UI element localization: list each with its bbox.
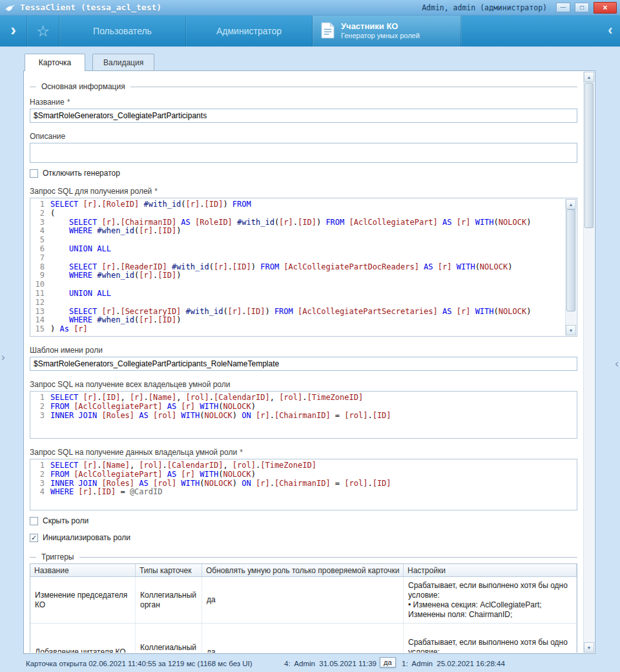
hide-roles-row[interactable]: ✓ Скрыть роли [30,516,577,525]
group-main-info: Основная информация [30,82,577,91]
required-mark: * [67,98,70,107]
status-yes-badge: да [380,657,396,667]
init-roles-row[interactable]: ✓ Инициализировать роли [30,533,577,542]
group-triggers-label: Триггеры [41,552,74,562]
document-icon [321,22,335,41]
close-button[interactable]: × [594,2,617,14]
sql-code-line: 2FROM [AclCollegiatePart] AS [r] WITH(NO… [32,470,575,479]
scroll-down-icon[interactable]: ▼ [584,642,594,653]
scroll-thumb[interactable] [566,209,575,311]
sql-owner-data-editor[interactable]: 1SELECT [r].[Name], [rol].[CalendarID], … [30,459,577,510]
hide-roles-label: Скрыть роли [43,516,88,525]
active-tab-subtitle: Генератор умных ролей [341,32,420,41]
sql-code-line: 1SELECT [r].[ID], [r].[Name], [rol].[Cal… [32,394,575,403]
favorites-star-icon[interactable]: ☆ [27,16,59,47]
role-name-template-field[interactable] [30,357,577,371]
triggers-column-header[interactable]: Обновлять умную роль только проверяемой … [202,564,404,576]
user-info: Admin, admin (администратор) [422,3,547,12]
disable-generator-label: Отключить генератор [43,169,120,178]
sql-code-line: 8 SELECT [r].[ReaderID] #with_id([r].[ID… [32,263,575,272]
triggers-table: НазваниеТипы карточекОбновлять умную рол… [30,563,577,653]
nav-spacer [461,16,601,47]
nav-back-button[interactable]: › [0,16,27,47]
group-line [79,557,578,558]
sql-code-line: 2FROM [AclCollegiatePart] AS [r] WITH(NO… [32,403,575,412]
description-label: Описание [30,132,577,141]
sql-code-line: 6 UNION ALL [32,245,575,254]
sql-code-line: 5 [32,236,575,245]
trigger-cell-settings: Срабатывает, если выполнено хотя бы одно… [404,577,577,623]
sql-code-line: 11 UNION ALL [32,289,575,299]
sql-owner-data-label: Запрос SQL на получение данных владельца… [30,448,577,457]
sql-code-line: 14 WHERE #when_id([r].[ID]) [32,316,575,325]
nav-tab-admin[interactable]: Администратор [186,16,313,47]
required-mark: * [154,187,158,196]
left-panel-handle[interactable]: › [1,352,5,362]
sql-all-owners-editor[interactable]: 1SELECT [r].[ID], [r].[Name], [rol].[Cal… [30,391,577,439]
nav-collapse-right-button[interactable]: ‹ [601,16,620,47]
status-version-first: 1: Admin 25.02.2021 16:28:44 [402,660,505,667]
hide-roles-checkbox[interactable]: ✓ [30,517,38,525]
maximize-button[interactable]: □ [575,3,589,12]
minimize-button[interactable]: — [556,3,570,12]
card-form: Основная информация Название* Описание ✓… [25,72,583,653]
triggers-table-header: НазваниеТипы карточекОбновлять умную рол… [30,564,577,577]
triggers-column-header[interactable]: Типы карточек [136,564,202,576]
required-mark: * [240,448,243,457]
group-triggers: Триггеры [30,552,577,562]
init-roles-label: Инициализировать роли [43,533,130,542]
sql-code-line: 3INNER JOIN [Roles] AS [rol] WITH(NOLOCK… [32,412,575,421]
disable-generator-checkbox[interactable]: ✓ [30,169,38,178]
active-tab-title: Участники КО [341,21,420,32]
trigger-cell-update-only: да [202,624,404,653]
trigger-cell-name: Добавление читателя КО [30,624,136,653]
nav-tab-participants[interactable]: Участники КО Генератор умных ролей [313,16,461,47]
group-line [130,87,577,87]
trigger-cell-card-types: Коллегиальный орган [136,577,202,623]
nav-tab-admin-label: Администратор [216,26,282,36]
window-title: TessaClient (tessa_acl_test) [20,3,161,12]
content-area: › ‹ Карточка Валидация Основная информац… [0,47,620,655]
sql-roles-label: Запрос SQL для получения ролей* [30,187,577,196]
trigger-cell-name: Изменение председателя КО [30,577,136,623]
scroll-thumb[interactable] [584,83,594,228]
sql-code-line: 12 [32,299,575,308]
trigger-cell-update-only: да [202,577,404,623]
init-roles-checkbox[interactable]: ✓ [30,534,38,542]
description-field[interactable] [30,143,577,163]
triggers-column-header[interactable]: Настройки [404,564,577,576]
scroll-up-icon[interactable]: ▲ [566,199,576,209]
sql-roles-scrollbar[interactable]: ▲ ▼ [565,199,576,335]
sql-code-line: 2( [32,209,575,218]
app-window: TessaClient (tessa_acl_test) Admin, admi… [0,0,620,672]
sql-code-line: 1SELECT [r].[Name], [rol].[CalendarID], … [32,461,575,470]
disable-generator-row[interactable]: ✓ Отключить генератор [30,169,577,178]
sql-code-line: 10 [32,280,575,289]
scroll-up-icon[interactable]: ▲ [584,72,594,82]
right-panel-handle[interactable]: ‹ [615,358,619,369]
titlebar: TessaClient (tessa_acl_test) Admin, admi… [0,0,620,16]
trigger-row[interactable]: Добавление читателя КОКоллегиальный орга… [30,624,577,653]
sql-code-line: 3INNER JOIN [Roles] AS [rol] WITH(NOLOCK… [32,479,575,488]
trigger-cell-card-types: Коллегиальный орган [136,624,202,653]
app-logo-icon [5,3,16,12]
triggers-column-header[interactable]: Название [30,564,136,576]
sql-roles-editor[interactable]: 1SELECT [r].[RoleID] #with_id([r].[ID]) … [30,198,577,337]
status-card-opened: Карточка открыта 02.06.2021 11:40:55 за … [26,660,253,667]
tab-validation[interactable]: Валидация [92,54,154,70]
trigger-cell-settings: Срабатывает, если выполнено хотя бы одно… [404,624,577,653]
role-name-template-label: Шаблон имени роли [30,346,577,355]
sql-code-line: 1SELECT [r].[RoleID] #with_id([r].[ID]) … [32,200,575,209]
group-line [30,87,36,87]
nav-tab-user-label: Пользователь [93,26,152,36]
trigger-row[interactable]: Изменение председателя КОКоллегиальный о… [30,577,577,624]
nav-tab-user[interactable]: Пользователь [59,16,186,47]
name-field[interactable] [30,109,577,123]
document-tabs: Карточка Валидация [25,54,154,70]
tab-card[interactable]: Карточка [25,54,85,71]
status-version-latest: 4: Admin 31.05.2021 11:39 [284,660,377,667]
triggers-table-body: Изменение председателя КОКоллегиальный о… [30,577,577,653]
scroll-down-icon[interactable]: ▼ [566,325,576,335]
main-scrollbar[interactable]: ▲ ▼ [583,72,594,653]
group-main-info-label: Основная информация [41,82,125,91]
